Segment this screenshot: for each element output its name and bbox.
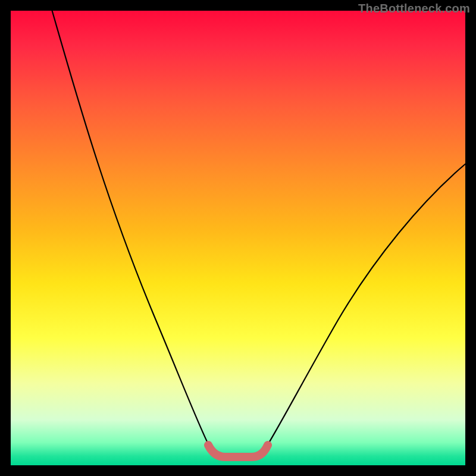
chart-svg (11, 11, 465, 465)
chart-frame: TheBottleneck.com (0, 0, 476, 476)
bottleneck-curve (52, 10, 466, 456)
watermark-label: TheBottleneck.com (358, 2, 470, 15)
sweet-spot-band (208, 445, 268, 457)
